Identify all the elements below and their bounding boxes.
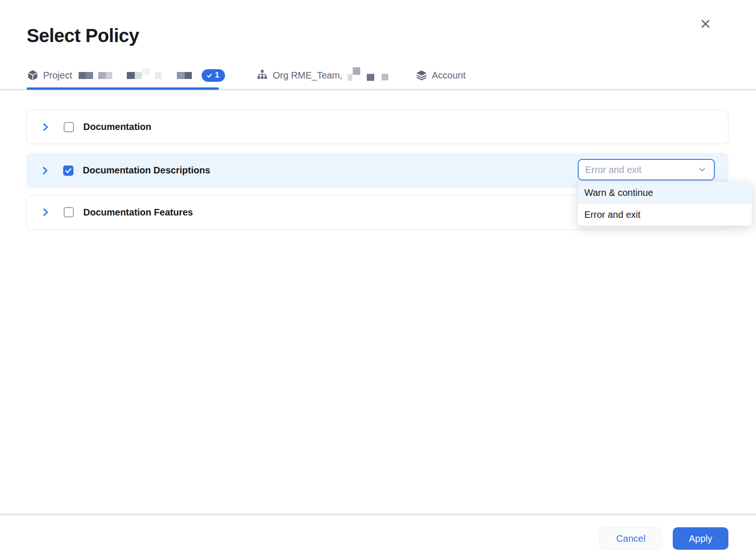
- check-icon: [206, 72, 212, 79]
- enforcement-select[interactable]: Error and exit: [578, 159, 715, 180]
- chevron-down-icon: [697, 165, 707, 175]
- active-tab-underline: [27, 87, 219, 90]
- redacted-text: [347, 72, 388, 79]
- org-chart-icon: [256, 69, 269, 81]
- tab-account-label: Account: [432, 70, 465, 81]
- redacted-text: [76, 72, 192, 79]
- tab-org[interactable]: Org RME_Team,: [256, 67, 388, 83]
- tab-account[interactable]: Account: [415, 67, 465, 83]
- option-error-and-exit[interactable]: Error and exit: [578, 204, 752, 226]
- policy-row-documentation[interactable]: Documentation: [26, 110, 728, 144]
- enforcement-dropdown-menu: Warn & continue Error and exit: [578, 182, 752, 226]
- policy-label: Documentation Features: [83, 207, 193, 218]
- cube-icon: [27, 69, 39, 81]
- badge-count: 1: [215, 71, 219, 80]
- select-value: Error and exit: [585, 165, 641, 175]
- checkbox-documentation[interactable]: [64, 122, 74, 132]
- policy-label: Documentation Descriptions: [83, 165, 210, 176]
- close-icon: [699, 17, 712, 30]
- layers-icon: [415, 69, 428, 81]
- expand-chevron-icon[interactable]: [41, 208, 50, 217]
- expand-chevron-icon[interactable]: [40, 166, 50, 175]
- selected-count-badge: 1: [202, 69, 225, 82]
- footer-divider: [0, 513, 756, 516]
- tab-project[interactable]: Project 1: [27, 67, 225, 83]
- close-button[interactable]: [697, 15, 714, 32]
- checkbox-documentation-descriptions[interactable]: [63, 165, 73, 176]
- cancel-button[interactable]: Cancel: [599, 527, 662, 550]
- tab-project-label: Project: [43, 70, 72, 81]
- check-icon: [65, 167, 72, 174]
- tab-org-label: Org RME_Team,: [273, 70, 342, 81]
- page-title: Select Policy: [27, 25, 139, 46]
- apply-button[interactable]: Apply: [673, 527, 728, 550]
- checkbox-documentation-features[interactable]: [64, 207, 74, 217]
- policy-label: Documentation: [83, 122, 152, 132]
- option-warn-and-continue[interactable]: Warn & continue: [578, 182, 752, 204]
- expand-chevron-icon[interactable]: [41, 122, 50, 132]
